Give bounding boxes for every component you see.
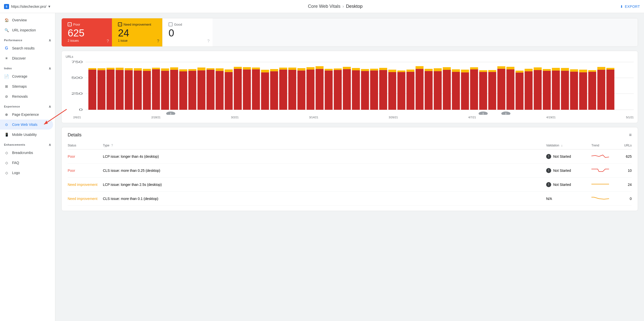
svg-rect-114 — [570, 72, 578, 110]
good-help-icon[interactable]: ? — [207, 39, 210, 43]
sidebar-item-core-web-vitals[interactable]: ⊙ Core Web Vitals — [0, 120, 53, 130]
svg-rect-21 — [143, 69, 151, 71]
sidebar-item-sitemaps[interactable]: ⊞ Sitemaps — [0, 81, 53, 91]
sidebar-item-logo[interactable]: ◇ Logo — [0, 168, 53, 178]
svg-rect-12 — [107, 70, 115, 110]
row-trend — [591, 149, 617, 164]
file-icon: 📄 — [4, 74, 9, 79]
home-icon: 🏠 — [4, 18, 9, 23]
site-dropdown[interactable]: ▾ — [48, 4, 50, 9]
svg-rect-81 — [416, 66, 424, 69]
svg-rect-50 — [279, 70, 287, 110]
search-icon: 🔍 — [4, 28, 9, 33]
svg-rect-90 — [461, 72, 469, 110]
svg-rect-31 — [188, 69, 196, 71]
svg-rect-119 — [588, 70, 596, 72]
export-button[interactable]: ⬇ EXPORT — [620, 5, 640, 9]
sidebar-section-performance[interactable]: Performance ∧ — [0, 35, 55, 43]
col-header-status: Status — [68, 142, 103, 149]
svg-rect-49 — [270, 69, 278, 71]
sidebar-item-faq[interactable]: ◇ FAQ — [0, 158, 53, 168]
svg-rect-44 — [252, 69, 260, 110]
row-status[interactable]: Need improvement — [68, 192, 103, 206]
sidebar-item-discover[interactable]: ✳ Discover — [0, 53, 53, 63]
row-type: CLS issue: more than 0.25 (desktop) — [103, 164, 546, 178]
svg-rect-29 — [179, 69, 187, 71]
svg-rect-118 — [588, 72, 596, 110]
svg-rect-82 — [425, 71, 433, 110]
svg-rect-95 — [479, 70, 487, 72]
svg-rect-40 — [234, 69, 242, 110]
need-help-icon[interactable]: ? — [157, 39, 159, 43]
svg-rect-89 — [452, 69, 460, 72]
status-card-good[interactable]: Good 0 ? — [162, 18, 213, 46]
svg-rect-23 — [152, 68, 160, 69]
details-section: Details ≡ Status Type ? Validation — [61, 127, 638, 211]
asterisk-icon: ✳ — [4, 56, 9, 61]
status-card-spacer — [213, 18, 638, 46]
sidebar-section-index[interactable]: Index ∧ — [0, 63, 55, 71]
svg-rect-98 — [497, 69, 505, 110]
table-row: Need improvement LCP issue: longer than … — [68, 178, 632, 192]
chevron-up-icon-index: ∧ — [49, 66, 51, 70]
poor-issues: 2 issues — [68, 39, 106, 42]
logo-icon: ◇ — [4, 170, 9, 175]
svg-rect-99 — [497, 66, 505, 69]
mobile-icon: 📱 — [4, 132, 9, 137]
status-card-need-improvement[interactable]: ✓ Need improvement 24 1 issue ? — [112, 18, 162, 46]
chart-x-labels: 2/6/21 2/18/21 3/2/21 3/14/21 3/26/21 4/… — [66, 115, 634, 119]
poor-label: ✓ Poor — [68, 22, 106, 26]
svg-rect-64 — [343, 69, 351, 110]
svg-rect-121 — [597, 67, 605, 70]
sidebar-item-breadcrumbs[interactable]: ◇ Breadcrumbs — [0, 148, 53, 158]
row-validation: N/A — [546, 192, 591, 206]
sidebar-item-removals[interactable]: ⊘ Removals — [0, 91, 53, 101]
svg-rect-8 — [88, 70, 96, 110]
row-trend — [591, 164, 617, 178]
sidebar-item-overview[interactable]: 🏠 Overview — [0, 15, 53, 25]
chevron-up-icon: ∧ — [49, 38, 51, 42]
svg-rect-88 — [452, 72, 460, 110]
svg-rect-48 — [270, 71, 278, 110]
sidebar-item-search-results[interactable]: G Search results — [0, 43, 53, 53]
row-status[interactable]: Need improvement — [68, 178, 103, 192]
svg-rect-113 — [561, 68, 569, 71]
poor-help-icon[interactable]: ? — [107, 39, 109, 43]
chart-area: 750 500 250 0 i i i — [66, 60, 634, 115]
sidebar-item-mobile-usability[interactable]: 📱 Mobile Usability — [0, 130, 53, 140]
svg-rect-112 — [561, 71, 569, 110]
svg-rect-101 — [506, 67, 514, 69]
site-url: https://sitechecker.pro/ — [11, 5, 46, 9]
svg-text:i: i — [170, 112, 171, 115]
svg-rect-13 — [107, 68, 115, 70]
row-validation: ! Not Started — [546, 178, 591, 192]
svg-text:i: i — [505, 112, 506, 115]
filter-icon[interactable]: ≡ — [629, 132, 632, 138]
good-count: 0 — [169, 28, 207, 38]
svg-rect-116 — [579, 72, 587, 110]
validation-sort-icon[interactable]: ↓ — [561, 144, 562, 147]
svg-rect-18 — [134, 71, 142, 110]
svg-rect-93 — [470, 67, 478, 69]
need-checkbox-icon: ✓ — [118, 22, 122, 26]
faq-icon: ◇ — [4, 160, 9, 165]
svg-rect-87 — [443, 67, 451, 70]
svg-rect-66 — [352, 70, 360, 110]
row-status[interactable]: Poor — [68, 164, 103, 178]
sidebar-section-experience[interactable]: Experience ∧ — [0, 101, 55, 110]
type-help-icon[interactable]: ? — [111, 144, 113, 147]
svg-rect-53 — [288, 68, 296, 70]
svg-rect-83 — [425, 69, 433, 71]
sidebar-section-enhancements[interactable]: Enhancements ∧ — [0, 140, 55, 148]
status-card-poor[interactable]: ✓ Poor 625 2 issues ? — [62, 18, 112, 46]
breadcrumb-parent: Core Web Vitals — [308, 4, 340, 9]
svg-rect-33 — [197, 68, 206, 70]
site-favicon: S — [4, 4, 9, 9]
poor-count: 625 — [68, 28, 106, 38]
sidebar-item-page-experience[interactable]: ⊕ Page Experience — [0, 110, 53, 120]
svg-rect-24 — [161, 71, 169, 110]
row-status[interactable]: Poor — [68, 149, 103, 164]
col-header-urls: URLs — [617, 142, 632, 149]
sidebar-item-url-inspection[interactable]: 🔍 URL inspection — [0, 25, 53, 35]
sidebar-item-coverage[interactable]: 📄 Coverage — [0, 71, 53, 81]
